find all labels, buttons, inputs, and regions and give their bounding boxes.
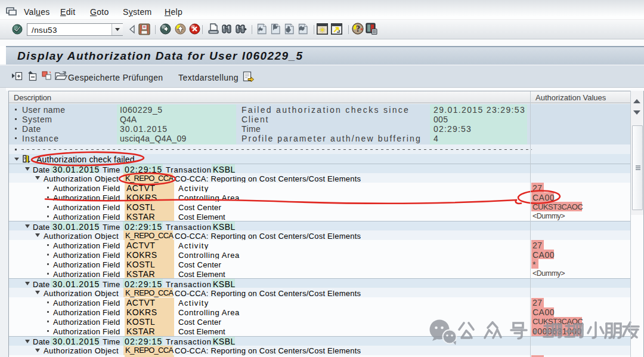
svg-text:?: ? xyxy=(356,24,360,33)
